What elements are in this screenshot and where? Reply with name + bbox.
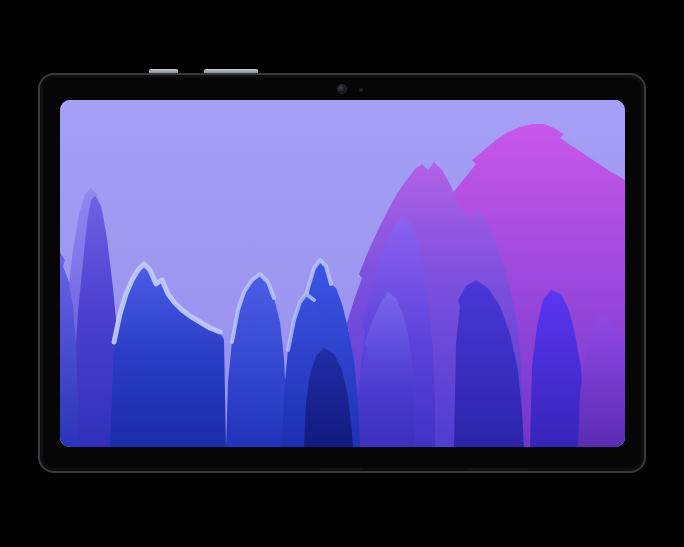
tablet-screen [60, 100, 625, 447]
bottom-edge-detail [468, 468, 528, 470]
front-camera-icon [337, 84, 347, 94]
wallpaper-image [60, 100, 625, 447]
bottom-edge-detail [320, 468, 362, 470]
page-background [0, 0, 684, 547]
ambient-sensor-icon [359, 88, 363, 92]
